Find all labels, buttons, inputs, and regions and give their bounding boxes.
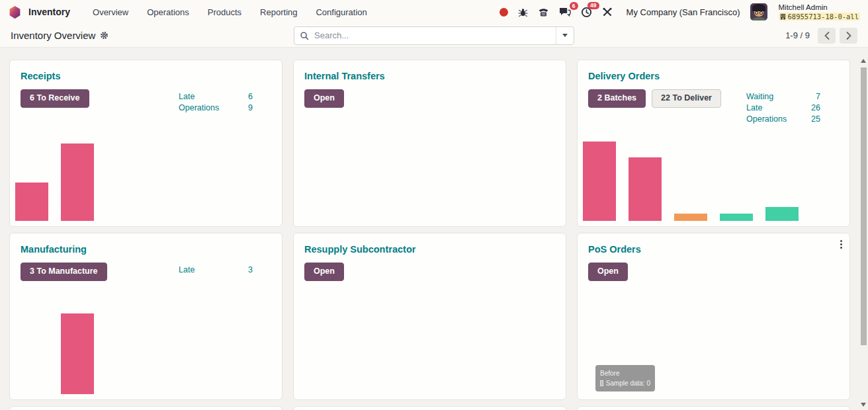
menu-reporting[interactable]: Reporting <box>252 7 305 17</box>
tooltip-title: Before <box>600 368 650 378</box>
stat-late[interactable]: Late3 <box>179 265 253 276</box>
user-avatar[interactable] <box>750 3 767 20</box>
app-name[interactable]: Inventory <box>28 7 70 17</box>
delivery-to-deliver-button[interactable]: 22 To Deliver <box>652 89 721 108</box>
record-icon[interactable] <box>499 8 508 17</box>
card-partial <box>577 406 850 410</box>
chart-bar[interactable] <box>765 207 799 221</box>
tools-icon[interactable] <box>602 7 613 17</box>
button-row: Open <box>304 263 555 281</box>
systray: 6 49 My Company (San Francisco) Mitchell… <box>499 3 860 20</box>
chart-tooltip: Before Sample data: 0 <box>595 365 655 391</box>
stat-operations[interactable]: Operations25 <box>746 114 820 125</box>
receipts-stats: Late6 Operations9 <box>179 91 253 114</box>
pager: 1-9 / 9 <box>785 28 857 44</box>
chart-bar[interactable] <box>15 183 48 221</box>
scroll-down-arrow-icon[interactable] <box>861 403 866 407</box>
search-input[interactable] <box>313 30 556 41</box>
internal-transfers-open-button[interactable]: Open <box>304 89 344 108</box>
stat-value: 7 <box>816 91 820 102</box>
pager-previous-button[interactable] <box>818 28 836 44</box>
receipts-to-receive-button[interactable]: 6 To Receive <box>21 89 89 108</box>
stat-label: Late <box>179 265 195 276</box>
card-title-resupply-subcontractor[interactable]: Resupply Subcontractor <box>304 244 415 255</box>
card-title-internal-transfers[interactable]: Internal Transfers <box>304 71 385 81</box>
chart-bar[interactable] <box>583 142 616 221</box>
user-menu[interactable]: Mitchell Admin 68955713-18-0-all <box>779 3 860 20</box>
voip-phone-icon[interactable] <box>538 7 549 17</box>
delivery-batches-button[interactable]: 2 Batches <box>588 89 646 108</box>
stat-late[interactable]: Late26 <box>746 102 820 114</box>
card-partial <box>9 406 282 410</box>
stat-label: Late <box>179 91 195 102</box>
tooltip-legend-label: Sample data: 0 <box>606 378 650 388</box>
card-internal-transfers: Internal Transfers Open <box>293 60 566 227</box>
stat-value: 6 <box>248 91 253 102</box>
manufacturing-bar-chart <box>15 312 277 394</box>
app-logo-icon[interactable] <box>8 5 22 19</box>
card-pos-orders: PoS Orders Open Before Sample data: 0 <box>577 233 850 400</box>
menu-configuration[interactable]: Configuration <box>308 7 374 17</box>
messages-badge: 6 <box>570 2 578 10</box>
button-row: Open <box>588 263 839 281</box>
chart-bar[interactable] <box>61 144 94 221</box>
bug-icon[interactable] <box>518 7 528 17</box>
chart-bar[interactable] <box>629 157 662 221</box>
stat-value: 25 <box>811 114 820 125</box>
settings-gear-icon[interactable] <box>100 31 108 40</box>
resupply-open-button[interactable]: Open <box>304 263 344 281</box>
card-delivery-orders: Delivery Orders 2 Batches 22 To Deliver … <box>577 60 850 227</box>
scrollbar-thumb[interactable] <box>861 67 867 345</box>
card-partial <box>293 406 566 410</box>
card-manufacturing: Manufacturing 3 To Manufacture Late3 <box>9 233 282 400</box>
stat-late[interactable]: Late6 <box>179 91 253 102</box>
chart-bar[interactable] <box>720 214 753 221</box>
card-title-pos-orders[interactable]: PoS Orders <box>588 244 641 255</box>
search-dropdown-toggle[interactable] <box>556 27 574 44</box>
dashboard-grid: Receipts 6 To Receive Late6 Operations9 … <box>0 48 859 410</box>
stat-value: 26 <box>811 102 820 114</box>
stat-value: 3 <box>248 265 253 276</box>
search-icon <box>300 31 309 40</box>
nav-left: Inventory Overview Operations Products R… <box>8 5 375 19</box>
card-receipts: Receipts 6 To Receive Late6 Operations9 <box>9 60 282 227</box>
stat-waiting[interactable]: Waiting7 <box>746 91 820 102</box>
page-title[interactable]: Inventory Overview <box>11 30 95 41</box>
menu-operations[interactable]: Operations <box>139 7 197 17</box>
control-panel: Inventory Overview 1-9 / 9 <box>0 24 868 48</box>
menu-products[interactable]: Products <box>200 7 249 17</box>
kebab-menu-icon[interactable] <box>839 239 844 250</box>
breadcrumb: Inventory Overview <box>11 30 108 41</box>
pager-next-button[interactable] <box>840 28 857 44</box>
chevron-left-icon <box>824 32 830 40</box>
stat-operations[interactable]: Operations9 <box>179 102 253 114</box>
company-switcher[interactable]: My Company (San Francisco) <box>627 7 740 17</box>
messages-icon[interactable]: 6 <box>559 7 571 17</box>
stat-label: Operations <box>746 114 787 125</box>
chart-bar[interactable] <box>674 214 707 221</box>
vertical-scrollbar <box>859 56 868 410</box>
activities-clock-icon[interactable]: 49 <box>581 7 592 18</box>
card-title-manufacturing[interactable]: Manufacturing <box>21 244 87 255</box>
button-row: Open <box>304 89 555 108</box>
card-resupply-subcontractor: Resupply Subcontractor Open <box>293 233 566 400</box>
pos-open-button[interactable]: Open <box>588 263 628 281</box>
database-id: 68955713-18-0-all <box>788 13 859 20</box>
card-title-receipts[interactable]: Receipts <box>21 71 60 81</box>
card-title-delivery-orders[interactable]: Delivery Orders <box>588 71 660 81</box>
chevron-right-icon <box>846 32 851 40</box>
menu-overview[interactable]: Overview <box>85 7 136 17</box>
stat-label: Late <box>746 102 762 114</box>
database-tag: 68955713-18-0-all <box>779 13 860 20</box>
stat-label: Waiting <box>746 91 773 102</box>
building-icon <box>780 13 786 20</box>
manufacturing-to-manufacture-button[interactable]: 3 To Manufacture <box>21 263 107 281</box>
scroll-up-arrow-icon[interactable] <box>861 59 866 63</box>
screen: Inventory Overview Operations Products R… <box>0 0 868 410</box>
activities-badge: 49 <box>587 2 599 10</box>
tooltip-legend-swatch <box>600 380 603 386</box>
stat-value: 9 <box>248 102 253 114</box>
pager-range: 1-9 / 9 <box>785 30 810 40</box>
chart-bar[interactable] <box>61 313 94 394</box>
delivery-stats: Waiting7 Late26 Operations25 <box>746 91 820 125</box>
